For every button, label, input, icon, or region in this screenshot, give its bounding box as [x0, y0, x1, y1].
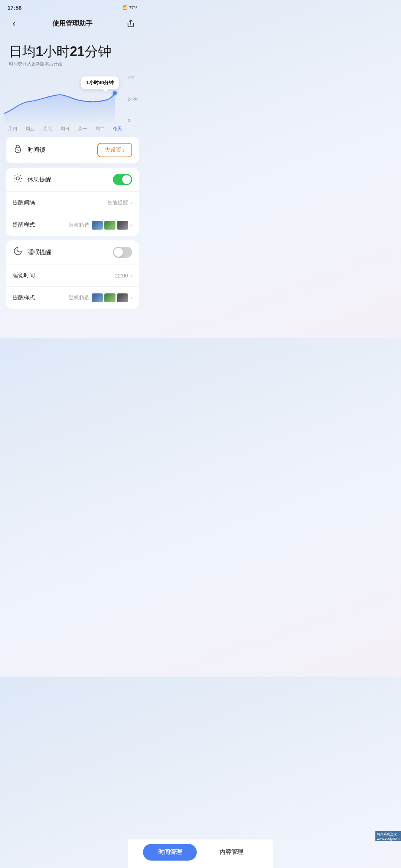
- sleep-time-chevron: ›: [130, 272, 132, 279]
- reminder-interval-row[interactable]: 提醒间隔 智能提醒 ›: [6, 191, 139, 214]
- rest-reminder-row: 休息提醒: [6, 168, 139, 191]
- chart-y-labels: 小时 2小时 0: [128, 75, 138, 123]
- rest-reminder-icon: [13, 174, 23, 185]
- back-button[interactable]: ‹: [7, 17, 21, 30]
- sleep-reminder-toggle[interactable]: [113, 247, 132, 258]
- reminder-interval-label: 提醒间隔: [13, 199, 35, 206]
- thumb-2: [104, 221, 115, 230]
- thumb-2-1: [92, 293, 103, 302]
- signal-icon: 📶: [123, 5, 128, 10]
- chart-dot-outer: [111, 90, 118, 96]
- thumb-3: [117, 221, 128, 230]
- time-lock-icon: [13, 144, 23, 156]
- rest-reminder-card: 休息提醒 提醒间隔 智能提醒 › 提醒样式 随机精选: [6, 168, 139, 236]
- reminder-style-chevron-2: ›: [130, 295, 132, 301]
- thumb-2-2: [104, 293, 115, 302]
- reminder-style-label-2: 提醒样式: [13, 294, 35, 301]
- reminder-interval-chevron: ›: [130, 200, 132, 206]
- thumb-2-3: [117, 293, 128, 302]
- sleep-time-value: 22:00: [115, 273, 128, 279]
- stats-minutes: 21: [70, 44, 85, 59]
- stats-minutes-unit: 分钟: [85, 44, 111, 59]
- reminder-thumbnails-2: [92, 293, 128, 302]
- time-lock-row: 时间锁 去设置 ›: [6, 137, 139, 163]
- daily-average: 日均1小时21分钟: [9, 43, 136, 59]
- sleep-reminder-label: 睡眠提醒: [27, 249, 51, 256]
- status-bar: 17:56 📶 77%: [0, 0, 145, 13]
- reminder-thumbnails: [92, 221, 128, 230]
- status-icons: 📶 77%: [123, 5, 137, 10]
- go-setting-button[interactable]: 去设置 ›: [97, 143, 132, 157]
- reminder-interval-value: 智能提醒: [107, 200, 128, 206]
- stats-subtitle: 时间统计从更新版本后开始: [9, 61, 136, 67]
- chart-x-labels: 周四 周五 周六 周日 周一 周二 今天: [4, 123, 126, 132]
- reminder-style-row-2[interactable]: 提醒样式 随机精选 ›: [6, 286, 139, 309]
- svg-point-2: [16, 177, 20, 180]
- reminder-style-label: 提醒样式: [13, 221, 35, 228]
- sleep-time-row[interactable]: 睡觉时间 22:00 ›: [6, 264, 139, 286]
- chart-section: 1小时49分钟 小时 2小时 0: [0, 71, 145, 130]
- reminder-style-chevron: ›: [130, 222, 132, 228]
- share-button[interactable]: [124, 17, 137, 30]
- cards-section: 时间锁 去设置 › 休息提醒: [0, 130, 145, 309]
- sleep-reminder-row: 睡眠提醒: [6, 240, 139, 264]
- reminder-style-value: 随机精选: [69, 222, 89, 228]
- page-title: 使用管理助手: [52, 19, 92, 28]
- chart-container: 1小时49分钟 小时 2小时 0: [4, 75, 141, 123]
- battery-text: 77%: [129, 6, 137, 10]
- sleep-reminder-card: 睡眠提醒 睡觉时间 22:00 › 提醒样式 随机精选: [6, 240, 139, 309]
- time-lock-label: 时间锁: [27, 146, 45, 154]
- back-icon: ‹: [13, 18, 16, 29]
- go-chevron-icon: ›: [123, 147, 125, 153]
- header: ‹ 使用管理助手: [0, 13, 145, 36]
- stats-hours: 1: [36, 44, 43, 59]
- rest-reminder-toggle[interactable]: [113, 174, 132, 185]
- reminder-style-row[interactable]: 提醒样式 随机精选 ›: [6, 214, 139, 236]
- stats-section: 日均1小时21分钟 时间统计从更新版本后开始: [0, 36, 145, 71]
- stats-prefix: 日均: [9, 44, 36, 59]
- status-time: 17:56: [7, 4, 22, 11]
- reminder-style-value-2: 随机精选: [69, 295, 89, 301]
- sleep-time-label: 睡觉时间: [13, 272, 35, 279]
- rest-reminder-label: 休息提醒: [27, 176, 51, 184]
- chart-area: [4, 93, 115, 123]
- sleep-reminder-icon: [13, 246, 23, 258]
- chart-tooltip: 1小时49分钟: [81, 76, 119, 89]
- share-icon: [127, 19, 135, 27]
- stats-hours-unit: 小时: [43, 44, 70, 59]
- thumb-1: [92, 221, 103, 230]
- time-lock-card: 时间锁 去设置 ›: [6, 137, 139, 163]
